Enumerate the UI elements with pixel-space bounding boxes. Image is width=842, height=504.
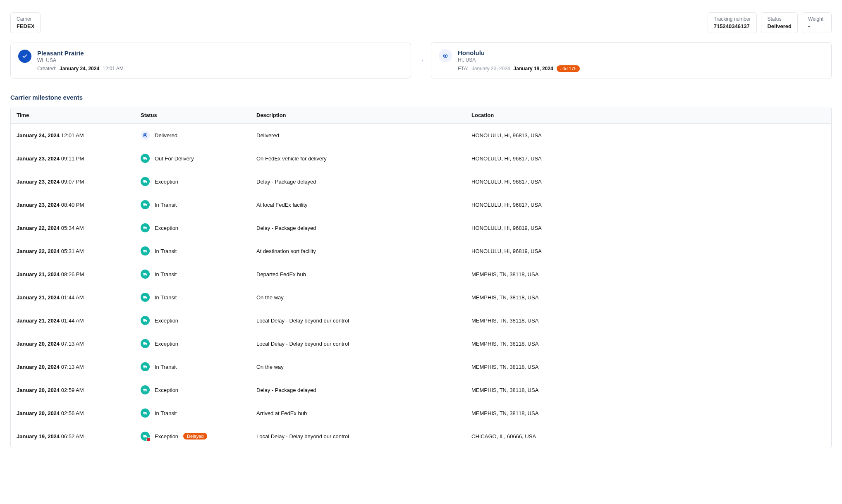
event-status: In Transit <box>135 241 251 260</box>
event-location: HONOLULU, HI, 96813, USA <box>466 127 831 143</box>
event-location: CHICAGO, IL, 60666, USA <box>466 428 831 444</box>
event-time-value: 08:40 PM <box>60 202 84 208</box>
svg-point-8 <box>144 205 145 206</box>
event-status: In Transit <box>135 265 251 284</box>
event-time-value: 05:34 AM <box>60 225 84 231</box>
event-time-value: 05:31 AM <box>60 248 84 254</box>
event-time: January 23, 2024 09:11 PM <box>11 150 135 167</box>
events-table: Time Status Description Location January… <box>10 107 832 448</box>
event-description: At destination sort facility <box>251 243 466 259</box>
event-status-text: Exception <box>155 387 178 393</box>
event-location: HONOLULU, HI, 96819, USA <box>466 243 831 259</box>
event-description: On FedEx vehicle for delivery <box>251 150 466 167</box>
event-location: HONOLULU, HI, 96817, USA <box>466 150 831 167</box>
svg-point-16 <box>144 298 145 299</box>
event-status: Out For Delivery <box>135 149 251 168</box>
svg-point-9 <box>146 205 147 206</box>
event-status: Exception <box>135 172 251 191</box>
event-location: MEMPHIS, TN, 38118, USA <box>466 266 831 282</box>
events-body: January 24, 2024 12:01 AMDeliveredDelive… <box>11 124 831 448</box>
event-status: Exception <box>135 334 251 353</box>
destination-meta: ETA: January 20, 2024 January 19, 2024 -… <box>458 65 824 72</box>
svg-point-29 <box>146 437 147 438</box>
event-description: Delay - Package delayed <box>251 382 466 398</box>
event-description: Arrived at FedEx hub <box>251 405 466 421</box>
truck-icon <box>141 177 150 186</box>
event-status-text: In Transit <box>155 294 177 301</box>
table-row: January 20, 2024 02:59 AMExceptionDelay … <box>11 378 831 401</box>
route-row: Pleasant Prairie WI, USA Created: Januar… <box>10 42 832 79</box>
carrier-card: Carrier FEDEX <box>10 12 41 33</box>
event-status-text: In Transit <box>155 202 177 208</box>
svg-point-5 <box>146 159 147 160</box>
col-header-status: Status <box>135 107 251 123</box>
event-time-value: 01:44 AM <box>60 294 84 301</box>
event-status: Exception <box>135 311 251 330</box>
event-status-text: In Transit <box>155 248 177 254</box>
event-date: January 22, 2024 <box>17 248 60 254</box>
svg-point-25 <box>146 391 147 392</box>
event-date: January 24, 2024 <box>17 132 60 139</box>
status-label: Status <box>767 16 792 22</box>
event-time: January 22, 2024 05:31 AM <box>11 243 135 259</box>
svg-point-20 <box>144 344 145 345</box>
truck-icon <box>141 316 150 325</box>
event-status-text: Exception <box>155 318 178 324</box>
origin-box: Pleasant Prairie WI, USA Created: Januar… <box>10 43 411 79</box>
table-row: January 23, 2024 09:11 PMOut For Deliver… <box>11 147 831 170</box>
event-status: Exception <box>135 218 251 237</box>
header-info-row: Carrier FEDEX Tracking number 7152403461… <box>10 12 832 33</box>
event-description: Delay - Package delayed <box>251 220 466 236</box>
event-time: January 23, 2024 09:07 PM <box>11 174 135 190</box>
svg-point-23 <box>146 368 147 368</box>
truck-icon <box>141 154 150 163</box>
eta-original: January 20, 2024 <box>472 66 510 72</box>
event-time: January 21, 2024 01:44 AM <box>11 313 135 329</box>
carrier-value: FEDEX <box>17 23 34 29</box>
event-time-value: 07:13 AM <box>60 341 84 347</box>
svg-point-27 <box>146 414 147 415</box>
event-status: In Transit <box>135 288 251 307</box>
created-label: Created: <box>37 66 56 72</box>
tracking-value: 715240346137 <box>714 23 751 29</box>
event-time: January 20, 2024 07:13 AM <box>11 336 135 352</box>
event-description: Departed FedEx hub <box>251 266 466 282</box>
event-date: January 20, 2024 <box>17 387 60 393</box>
event-time: January 21, 2024 08:26 PM <box>11 266 135 282</box>
status-card: Status Delivered <box>761 12 798 33</box>
weight-card: Weight - <box>802 12 832 33</box>
table-row: January 22, 2024 05:34 AMExceptionDelay … <box>11 216 831 239</box>
event-time: January 20, 2024 07:13 AM <box>11 359 135 375</box>
event-location: HONOLULU, HI, 96817, USA <box>466 174 831 190</box>
event-time-value: 07:13 AM <box>60 364 84 370</box>
eta-actual: January 19, 2024 <box>514 66 553 72</box>
origin-city: Pleasant Prairie <box>37 50 403 57</box>
table-row: January 20, 2024 02:56 AMIn TransitArriv… <box>11 401 831 425</box>
destination-region: HI, USA <box>458 57 824 63</box>
event-time-value: 01:44 AM <box>60 318 84 324</box>
event-status: In Transit <box>135 357 251 376</box>
event-time: January 21, 2024 01:44 AM <box>11 289 135 306</box>
svg-point-15 <box>146 275 147 276</box>
svg-point-6 <box>144 182 145 183</box>
weight-value: - <box>808 23 825 29</box>
event-time-value: 12:01 AM <box>60 132 84 139</box>
tracking-label: Tracking number <box>714 16 751 22</box>
event-status-text: In Transit <box>155 364 177 370</box>
event-location: MEMPHIS, TN, 38118, USA <box>466 382 831 398</box>
col-header-description: Description <box>251 107 466 123</box>
svg-point-14 <box>144 275 145 276</box>
arrow-right-icon: → <box>418 57 424 64</box>
event-date: January 20, 2024 <box>17 341 60 347</box>
table-row: January 19, 2024 06:52 AMExceptionDelaye… <box>11 425 831 448</box>
event-status-text: In Transit <box>155 410 177 416</box>
event-status-text: In Transit <box>155 271 177 277</box>
svg-point-22 <box>144 368 145 368</box>
truck-icon <box>141 339 150 348</box>
truck-icon <box>141 270 150 279</box>
event-description: At local FedEx facility <box>251 197 466 213</box>
svg-point-12 <box>144 252 145 253</box>
event-time: January 20, 2024 02:56 AM <box>11 405 135 421</box>
origin-content: Pleasant Prairie WI, USA Created: Januar… <box>37 50 403 72</box>
event-date: January 19, 2024 <box>17 433 60 440</box>
